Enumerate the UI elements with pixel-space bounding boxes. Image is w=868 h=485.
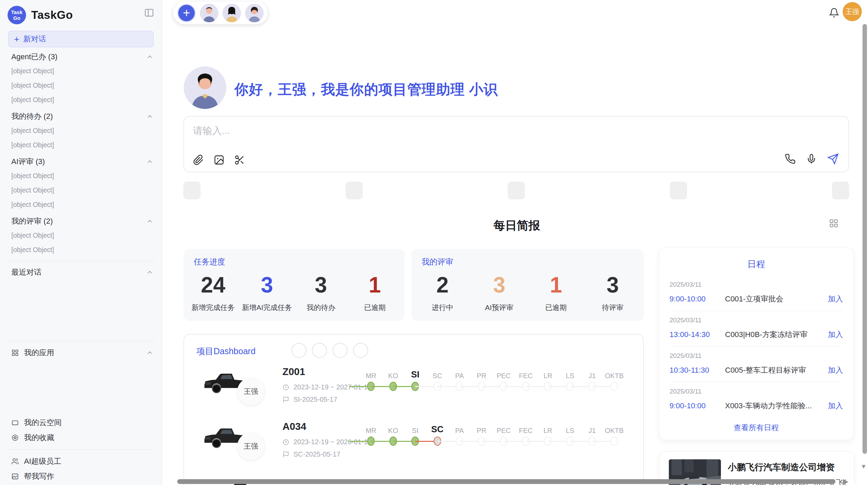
sidebar-item[interactable]: [object Object]: [0, 64, 162, 78]
send-plane-icon[interactable]: [827, 153, 839, 165]
sidebar-item-ai-staff[interactable]: AI超级员工: [0, 454, 162, 469]
recent-chat-item[interactable]: [0, 279, 162, 294]
sidebar-item[interactable]: [object Object]: [0, 169, 162, 183]
add-agent-button[interactable]: +: [177, 4, 196, 22]
agent-avatar[interactable]: [222, 4, 241, 22]
sidebar-item[interactable]: [object Object]: [0, 123, 162, 138]
chat-input[interactable]: [192, 125, 605, 137]
sidebar-section-header[interactable]: 我的评审 (2): [0, 214, 162, 228]
section-items: [object Object][object Object]: [0, 228, 162, 257]
voice-call-phone-icon[interactable]: [785, 153, 796, 164]
schedule-time: 9:00-10:00: [670, 295, 725, 303]
view-all-schedule-link[interactable]: 查看所有日程: [659, 423, 853, 433]
schedule-title: 日程: [659, 258, 853, 270]
project-row-a034[interactable]: 王强 A034 2023-12-19 ~ 2026-01-19 SC-2025-…: [184, 418, 643, 470]
project-row-z001[interactable]: 王强 Z001 2023-12-19 ~ 2027-01-19 SI-2025-…: [184, 363, 643, 415]
layout-grid-icon[interactable]: [829, 219, 839, 228]
agent-avatar[interactable]: [245, 4, 264, 22]
recent-chat-item[interactable]: [0, 294, 162, 308]
sidebar-item-help-write[interactable]: 帮我写作: [0, 469, 162, 484]
suggestion-chip[interactable]: [832, 182, 849, 199]
horizontal-scrollbar-thumb[interactable]: [177, 479, 835, 484]
chevron-up-icon[interactable]: [146, 217, 154, 225]
stat-cell: 3 我的待办: [294, 269, 348, 318]
recent-chat-item[interactable]: [0, 322, 162, 337]
chevron-up-icon[interactable]: [146, 349, 154, 357]
sidebar-collapse-icon[interactable]: [144, 8, 154, 18]
sidebar-item[interactable]: [object Object]: [0, 228, 162, 242]
dashboard-tab[interactable]: [353, 343, 368, 358]
vertical-scrollbar-thumb[interactable]: [863, 24, 867, 454]
my-apps-header[interactable]: 我的应用: [0, 345, 162, 360]
app-item[interactable]: [0, 388, 162, 401]
app-item[interactable]: [0, 374, 162, 388]
recent-chats-header[interactable]: 最近对话: [0, 265, 162, 279]
sidebar-item-cloud-space[interactable]: 我的云空间: [0, 415, 162, 430]
suggestion-chip[interactable]: [346, 182, 363, 199]
join-link[interactable]: 加入: [828, 294, 843, 304]
sidebar-item[interactable]: [object Object]: [0, 242, 162, 257]
schedule-event-name: C003|H0B-方案冻结评审: [725, 329, 828, 340]
stat-cell: 1 已逾期: [528, 269, 584, 318]
image-upload-icon[interactable]: [214, 154, 225, 165]
sidebar-item-favorites[interactable]: 我的收藏: [0, 430, 162, 445]
app-item[interactable]: [0, 360, 162, 374]
milestone: FEC: [515, 368, 537, 394]
app-item[interactable]: [0, 401, 162, 415]
sidebar-item[interactable]: [object Object]: [0, 197, 162, 212]
sidebar-section-header[interactable]: AI评审 (3): [0, 155, 162, 169]
milestone: KO: [382, 422, 405, 448]
milestone-label: J1: [589, 422, 596, 435]
section-header-label: Agent已办 (3): [11, 52, 58, 62]
user-avatar[interactable]: 王强: [843, 2, 862, 21]
schedule-event-name: C005-整车工程目标评审: [725, 365, 828, 375]
suggestion-chip[interactable]: [508, 182, 525, 199]
scroll-down-arrow-icon[interactable]: ▼: [860, 463, 867, 470]
sidebar-section-header[interactable]: Agent已办 (3): [0, 50, 162, 64]
chevron-up-icon[interactable]: [146, 158, 154, 165]
recent-chat-item[interactable]: [0, 308, 162, 322]
milestone: SC: [426, 422, 449, 448]
scissors-icon[interactable]: [234, 154, 245, 165]
stat-cell: 24 新增完成任务: [186, 269, 240, 318]
milestone: PA: [448, 368, 471, 394]
stat-cell: 3 新增AI完成任务: [240, 269, 294, 318]
join-link[interactable]: 加入: [828, 329, 843, 340]
new-chat-button[interactable]: + 新对话: [8, 31, 154, 47]
stat-value: 1: [550, 274, 562, 296]
milestone-label: OKTB: [605, 422, 624, 435]
dashboard-tab[interactable]: [291, 343, 306, 358]
agent-avatar[interactable]: [200, 4, 218, 22]
sidebar-item[interactable]: [object Object]: [0, 92, 162, 107]
flag-icon: [282, 396, 289, 403]
dashboard-tab[interactable]: [333, 343, 348, 358]
attachment-paperclip-icon[interactable]: [193, 154, 204, 165]
stat-label: AI预评审: [485, 303, 514, 312]
schedule-list: 2025/03/11 9:00-10:00 C001-立项审批会 加入 2025…: [670, 275, 843, 418]
suggestion-chip[interactable]: [670, 182, 687, 199]
task-progress-stats: 24 新增完成任务 3 新增AI完成任务 3 我的待办 1 已逾期: [186, 269, 402, 318]
scroll-right-arrow-icon[interactable]: ▶: [843, 477, 848, 485]
join-link[interactable]: 加入: [828, 365, 843, 375]
chevron-up-icon[interactable]: [146, 113, 154, 120]
stat-label: 已逾期: [364, 303, 386, 312]
task-progress-card: 任务进度 24 新增完成任务 3 新增AI完成任务 3 我的待办 1 已逾期: [183, 249, 405, 321]
milestone: LR: [537, 422, 559, 448]
section-items: [object Object][object Object][object Ob…: [0, 64, 162, 107]
microphone-icon[interactable]: [806, 153, 817, 164]
chevron-up-icon[interactable]: [146, 269, 154, 276]
sidebar-item[interactable]: [object Object]: [0, 78, 162, 92]
sidebar: Task Go TaskGo + 新对话 Agent已办 (3) [object…: [0, 0, 162, 485]
dashboard-tab[interactable]: [312, 343, 327, 358]
sidebar-item[interactable]: [object Object]: [0, 138, 162, 152]
sidebar-item[interactable]: [object Object]: [0, 183, 162, 197]
join-link[interactable]: 加入: [828, 401, 843, 411]
divider: [7, 341, 155, 341]
suggestion-chip[interactable]: [183, 182, 201, 199]
sidebar-section-header[interactable]: 我的待办 (2): [0, 110, 162, 123]
milestone-label: J1: [589, 368, 596, 380]
notifications-bell-icon[interactable]: [829, 8, 839, 18]
milestone: LR: [537, 368, 559, 394]
chevron-up-icon[interactable]: [146, 53, 154, 61]
stat-value: 2: [436, 274, 449, 296]
